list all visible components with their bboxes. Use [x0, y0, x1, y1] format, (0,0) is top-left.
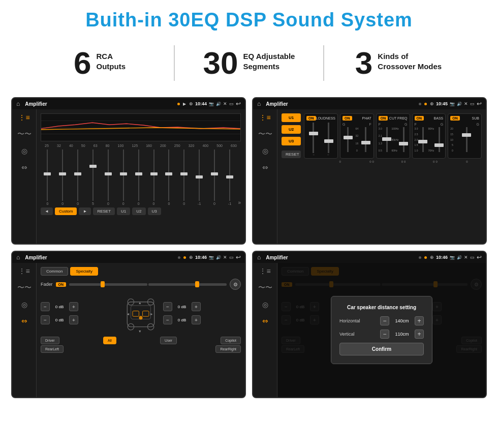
bass-panel: ON BASS FG: [412, 113, 446, 159]
eq-slider-4[interactable]: 0: [102, 150, 115, 205]
back-icon-3[interactable]: ↩: [236, 254, 241, 261]
wave-icon[interactable]: 〜〜: [17, 130, 32, 139]
rl-minus[interactable]: −: [41, 315, 50, 324]
fr-minus[interactable]: −: [163, 302, 172, 311]
home-icon-4[interactable]: ⌂: [257, 254, 261, 261]
confirm-button[interactable]: Confirm: [339, 343, 424, 355]
rearleft-btn[interactable]: RearLeft: [41, 345, 64, 353]
eq-slider-5[interactable]: 0: [116, 150, 130, 205]
arrows-icon-1[interactable]: ⇔: [21, 163, 27, 171]
speaker-icon-2[interactable]: ◎: [262, 147, 268, 155]
back-icon-1[interactable]: ↩: [236, 100, 241, 107]
horizontal-minus-btn[interactable]: −: [380, 316, 389, 325]
rect-icon-1: ▭: [229, 101, 234, 106]
u3-preset[interactable]: U3: [282, 137, 301, 145]
expand-icon[interactable]: »: [238, 200, 241, 205]
screen-dialog: ⌂ Amplifier ⊕ 10:46 📷 🔊 ✕ ▭ ↩ ⋮≡ 〜〜: [252, 251, 487, 398]
horizontal-value: 140cm: [392, 318, 412, 323]
u1-btn-1[interactable]: U1: [117, 207, 130, 215]
reset-crossover[interactable]: RESET: [282, 151, 301, 158]
home-icon-2[interactable]: ⌂: [257, 100, 261, 107]
speaker-icon-4[interactable]: ◎: [262, 301, 268, 309]
eq-labels: 25 32 40 50 63 80 100 125 160 200 250 32…: [41, 144, 241, 147]
home-icon-3[interactable]: ⌂: [16, 254, 20, 261]
home-icon-1[interactable]: ⌂: [16, 100, 20, 107]
page-title: Buith-in 30EQ DSP Sound System: [0, 0, 498, 36]
arrows-icon-2[interactable]: ⇔: [262, 163, 268, 171]
u1-preset[interactable]: U1: [282, 113, 301, 122]
fl-minus[interactable]: −: [41, 302, 50, 311]
fr-value: 0 dB: [174, 305, 190, 309]
u2-preset[interactable]: U2: [282, 125, 301, 134]
stat-divider-2: [323, 45, 324, 81]
eq-slider-2[interactable]: 0: [71, 150, 85, 205]
play-icon-1: ▶: [183, 102, 186, 106]
fader-h-slider-2[interactable]: [148, 283, 227, 286]
eq-slider-0[interactable]: 0: [41, 150, 54, 205]
eq-slider-12[interactable]: -1: [223, 150, 237, 205]
rr-minus[interactable]: −: [163, 315, 172, 324]
eq-icon-2[interactable]: ⋮≡: [259, 113, 270, 122]
screen3-body: ⋮≡ 〜〜 ◎ ⇔ Common Specialty Fader ON: [12, 263, 245, 397]
fader-on-badge[interactable]: ON: [56, 282, 67, 287]
speaker-icon-3[interactable]: ◎: [21, 301, 27, 309]
back-icon-2[interactable]: ↩: [477, 100, 482, 107]
svg-text:▲: ▲: [138, 301, 142, 305]
wave-icon-3[interactable]: 〜〜: [17, 283, 32, 292]
u3-btn-1[interactable]: U3: [148, 207, 161, 215]
specialty-tab[interactable]: Specialty: [70, 267, 98, 276]
eq-slider-8[interactable]: 0: [162, 150, 176, 205]
reset-btn-1[interactable]: RESET: [93, 207, 115, 215]
common-tab[interactable]: Common: [41, 267, 68, 276]
u2-btn-1[interactable]: U2: [132, 207, 145, 215]
rl-plus[interactable]: +: [69, 315, 78, 324]
driver-btn[interactable]: Driver: [41, 337, 59, 344]
arrows-icon-3[interactable]: ⇔: [21, 317, 27, 325]
screen2-body: ⋮≡ 〜〜 ◎ ⇔ U1 U2 U3 RESET: [253, 109, 486, 244]
time-1: 10:44: [195, 101, 207, 106]
vertical-plus-btn[interactable]: +: [415, 330, 424, 339]
next-preset-btn[interactable]: ►: [79, 207, 91, 215]
eq-icon-4[interactable]: ⋮≡: [259, 267, 270, 275]
sidebar-2: ⋮≡ 〜〜 ◎ ⇔: [253, 109, 277, 244]
page-wrapper: Buith-in 30EQ DSP Sound System 6 RCA Out…: [0, 0, 498, 408]
screens-grid: ⌂ Amplifier ▶ ⊕ 10:44 📷 🔊 ✕ ▭ ↩ ⋮≡: [0, 92, 498, 408]
arrows-icon-4[interactable]: ⇔: [262, 317, 268, 325]
speaker-icon-1[interactable]: ◎: [21, 147, 27, 155]
fader-h-slider[interactable]: [69, 283, 147, 286]
back-icon-4[interactable]: ↩: [477, 254, 482, 261]
wave-icon-2[interactable]: 〜〜: [258, 130, 272, 139]
fr-plus[interactable]: +: [192, 302, 201, 311]
screen2-title: Amplifier: [266, 101, 416, 107]
fader-settings-icon[interactable]: ⚙: [230, 279, 241, 290]
custom-preset-btn[interactable]: Custom: [55, 207, 77, 215]
svg-rect-9: [133, 311, 139, 317]
cutfreq-on[interactable]: ON: [379, 116, 388, 121]
loudness-on[interactable]: ON: [306, 116, 316, 121]
vertical-minus-btn[interactable]: −: [380, 330, 389, 339]
copilot-btn[interactable]: Copilot: [221, 337, 241, 344]
rearright-btn[interactable]: RearRight: [215, 345, 241, 353]
loudness-bottom: 0: [325, 160, 355, 163]
all-btn[interactable]: All: [103, 337, 116, 344]
horizontal-plus-btn[interactable]: +: [415, 316, 424, 325]
prev-preset-btn[interactable]: ◄: [41, 207, 53, 215]
eq-icon-3[interactable]: ⋮≡: [18, 267, 29, 275]
sub-on[interactable]: ON: [450, 116, 460, 121]
eq-slider-1[interactable]: 0: [56, 150, 70, 205]
fl-plus[interactable]: +: [69, 302, 78, 311]
eq-settings-icon[interactable]: ⋮≡: [18, 113, 29, 122]
eq-slider-11[interactable]: 0: [208, 150, 222, 205]
eq-slider-7[interactable]: 0: [147, 150, 161, 205]
rr-plus[interactable]: +: [192, 315, 201, 324]
time-3: 10:46: [195, 255, 207, 260]
user-btn[interactable]: User: [160, 337, 177, 344]
eq-slider-3[interactable]: 5: [86, 150, 100, 205]
vol-icon-1: 🔊: [216, 102, 221, 106]
eq-slider-6[interactable]: 0: [132, 150, 145, 205]
eq-slider-9[interactable]: 0: [177, 150, 191, 205]
phat-on[interactable]: ON: [343, 116, 352, 121]
bass-on[interactable]: ON: [415, 116, 424, 121]
eq-slider-10[interactable]: -1: [193, 150, 206, 205]
wave-icon-4[interactable]: 〜〜: [258, 283, 272, 292]
